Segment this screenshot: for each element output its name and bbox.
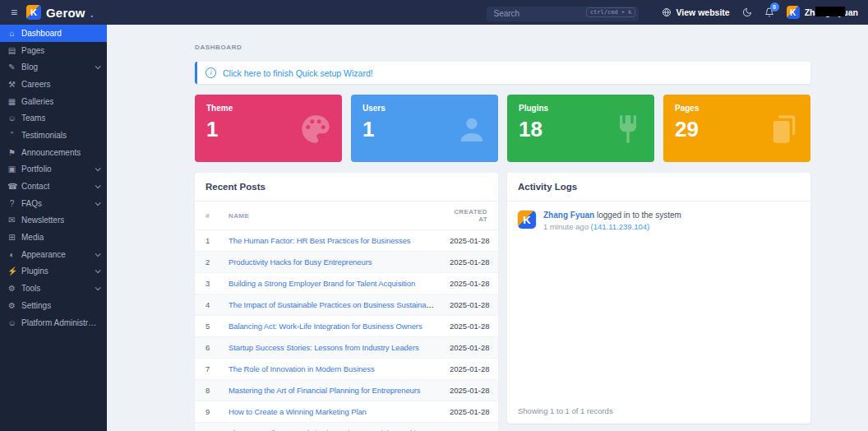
sidebar-item-appearance[interactable]: ◐Appearance: [0, 246, 107, 263]
table-row: 5Balancing Act: Work-Life Integration fo…: [195, 316, 498, 337]
panels-row: Recent Posts # NAME CREATED AT 1The Huma…: [195, 173, 810, 431]
info-icon: i: [205, 67, 216, 78]
user-icon: [455, 113, 488, 146]
main-content: DASHBOARD i Click here to finish Quick s…: [107, 0, 868, 431]
sidebar-item-label: Settings: [21, 301, 51, 310]
post-link[interactable]: Balancing Act: Work-Life Integration for…: [229, 322, 422, 331]
post-index: 3: [195, 273, 218, 294]
post-date: 2025-01-28: [439, 401, 498, 423]
recent-posts-panel: Recent Posts # NAME CREATED AT 1The Huma…: [195, 173, 498, 431]
sidebar-item-faqs[interactable]: ?FAQs: [0, 195, 107, 212]
plug-icon: [612, 113, 644, 146]
stat-card-pages[interactable]: Pages29: [663, 95, 810, 162]
tools-icon: ⚙: [7, 284, 16, 293]
post-date: 2025-01-28: [439, 423, 498, 431]
redaction-bar: [815, 7, 845, 16]
post-date: 2025-01-28: [439, 359, 498, 380]
sidebar-item-tools[interactable]: ⚙Tools: [0, 280, 107, 297]
hamburger-menu-icon[interactable]: ≡: [7, 6, 21, 19]
sidebar-item-media[interactable]: ⊞Media: [0, 229, 107, 246]
contact-icon: ☎: [7, 182, 16, 191]
post-link[interactable]: Mastering the Art of Financial Planning …: [229, 386, 421, 395]
announcements-icon: ⚑: [7, 148, 16, 157]
table-row: 6Startup Success Stories: Lessons from I…: [195, 337, 498, 359]
sidebar-item-label: Tools: [21, 284, 40, 293]
chevron-down-icon: [95, 183, 101, 188]
post-index: 8: [195, 380, 218, 401]
sidebar-item-label: Galleries: [21, 97, 53, 106]
sidebar-item-testimonials[interactable]: ”Testimonials: [0, 127, 107, 144]
chevron-down-icon: [95, 268, 101, 274]
sidebar-item-galleries[interactable]: ▦Galleries: [0, 93, 107, 110]
stat-card-users[interactable]: Users1: [351, 95, 498, 162]
activity-user-link[interactable]: Zhang Fyuan: [543, 211, 594, 220]
media-icon: ⊞: [7, 233, 16, 242]
post-date: 2025-01-28: [439, 252, 498, 273]
sidebar-item-blog[interactable]: ✎Blog: [0, 58, 107, 76]
sidebar-item-plugins[interactable]: ⚡Plugins: [0, 263, 107, 280]
sidebar-item-label: Media: [21, 233, 44, 242]
topbar-actions: View website 0 K Zhang Fyuan: [662, 6, 858, 19]
galleries-icon: ▦: [7, 97, 16, 106]
activity-records-count: Showing 1 to 1 of 1 records: [507, 406, 810, 424]
sidebar-item-settings[interactable]: ⚙Settings: [0, 297, 107, 314]
sidebar-item-label: Portfolio: [21, 165, 52, 174]
app-logo[interactable]: K Gerow.: [26, 5, 94, 20]
plugins-icon: ⚡: [7, 266, 16, 276]
blog-icon: ✎: [7, 63, 16, 72]
chevron-down-icon: [95, 63, 101, 69]
dark-mode-toggle[interactable]: [742, 7, 752, 17]
user-avatar: K: [787, 6, 800, 19]
sidebar-item-careers[interactable]: ⚒Careers: [0, 76, 107, 93]
post-date: 2025-01-28: [439, 380, 498, 401]
post-index: 5: [195, 316, 218, 337]
sidebar-item-contact[interactable]: ☎Contact: [0, 178, 107, 195]
sidebar-item-label: Teams: [21, 114, 45, 123]
post-link[interactable]: Startup Success Stories: Lessons from In…: [229, 343, 419, 352]
home-icon: ⌂: [7, 29, 16, 38]
post-link[interactable]: The Role of Innovation in Modern Busines…: [229, 364, 375, 373]
palette-icon: [299, 113, 332, 146]
search-bar: ctrl/cmd + k: [487, 5, 639, 20]
stat-card-plugins[interactable]: Plugins18: [507, 95, 654, 162]
sidebar-item-announcements[interactable]: ⚑Announcements: [0, 144, 107, 161]
sidebar-item-teams[interactable]: ☺Teams: [0, 109, 107, 127]
chevron-down-icon: [95, 166, 101, 172]
post-index: 6: [195, 337, 218, 359]
view-website-button[interactable]: View website: [662, 7, 729, 17]
post-link[interactable]: The Impact of Sustainable Practices on B…: [229, 300, 439, 309]
sidebar-item-label: Appearance: [21, 250, 66, 259]
post-link[interactable]: How to Create a Winning Marketing Plan: [229, 407, 367, 416]
stat-card-theme[interactable]: Theme1: [195, 95, 342, 162]
quick-setup-alert: i Click here to finish Quick setup Wizar…: [195, 62, 810, 84]
activity-action: logged in to the system: [597, 211, 681, 220]
sidebar-item-newsletters[interactable]: ✉Newsletters: [0, 212, 107, 229]
post-link[interactable]: Productivity Hacks for Busy Entrepreneur…: [229, 257, 372, 266]
user-name: Zhang Fyuan: [805, 7, 858, 17]
sidebar-item-label: Contact: [21, 182, 49, 191]
post-index: 7: [195, 359, 218, 380]
sidebar-item-dashboard[interactable]: ⌂Dashboard: [0, 25, 107, 42]
activity-entries: KZhang Fyuan logged in to the system1 mi…: [507, 202, 810, 240]
post-link[interactable]: The Human Factor: HR Best Practices for …: [229, 236, 411, 245]
post-link[interactable]: Building a Strong Employer Brand for Tal…: [229, 279, 415, 288]
activity-logs-panel: Activity Logs KZhang Fyuan logged in to …: [507, 173, 810, 424]
sidebar-item-pages[interactable]: ▤Pages: [0, 42, 107, 59]
post-index: 4: [195, 294, 218, 316]
post-index: 2: [195, 252, 218, 273]
chevron-down-icon: [95, 285, 101, 290]
quick-setup-link[interactable]: Click here to finish Quick setup Wizard!: [223, 68, 373, 78]
sidebar-item-label: Testimonials: [21, 131, 67, 140]
notifications-button[interactable]: 0: [764, 7, 774, 17]
sidebar-item-label: Announcements: [21, 148, 81, 157]
teams-icon: ☺: [7, 114, 16, 123]
sidebar-item-portfolio[interactable]: ▣Portfolio: [0, 161, 107, 178]
sidebar-item-platform-administration[interactable]: ☺Platform Administration: [0, 314, 107, 331]
activity-time: 1 minute ago (141.11.239.104): [543, 222, 681, 231]
sidebar-item-label: Pages: [21, 46, 44, 55]
post-index: 9: [195, 401, 218, 423]
user-menu[interactable]: K Zhang Fyuan: [787, 6, 858, 19]
breadcrumb: DASHBOARD: [195, 44, 810, 51]
table-row: 3Building a Strong Employer Brand for Ta…: [195, 273, 498, 294]
post-date: 2025-01-28: [439, 273, 498, 294]
